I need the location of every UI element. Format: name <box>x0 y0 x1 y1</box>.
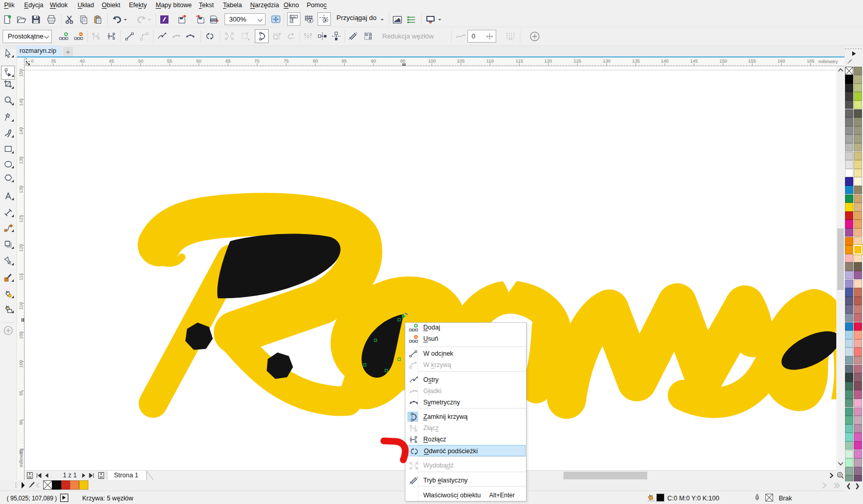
svg-text:PDF: PDF <box>211 18 217 22</box>
